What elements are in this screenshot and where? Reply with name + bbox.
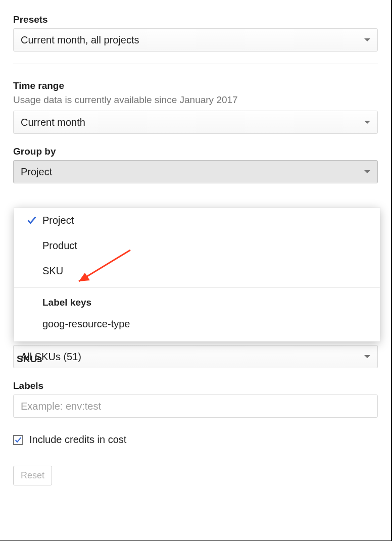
skus-label-obscured: SKUs [17, 354, 42, 365]
time-range-value: Current month [21, 117, 85, 128]
presets-section: Presets Current month, all projects [13, 14, 378, 52]
divider [13, 64, 378, 64]
dropdown-group-header: Label keys [14, 292, 380, 311]
chevron-down-icon [364, 355, 370, 358]
group-by-label: Group by [13, 146, 378, 157]
reset-button[interactable]: Reset [13, 466, 52, 485]
include-credits-label: Include credits in cost [29, 434, 126, 446]
group-by-select[interactable]: Project [13, 160, 378, 183]
labels-label: Labels [13, 380, 378, 391]
dropdown-option-sku[interactable]: SKU [14, 258, 380, 283]
include-credits-row: Include credits in cost [13, 434, 378, 446]
time-range-subtext: Usage data is currently available since … [13, 94, 378, 106]
labels-input[interactable] [13, 395, 378, 418]
presets-value: Current month, all projects [21, 34, 139, 46]
labels-section: Labels [13, 380, 378, 418]
dropdown-option-label: Product [42, 240, 77, 252]
presets-select[interactable]: Current month, all projects [13, 28, 378, 52]
dropdown-divider [14, 287, 380, 288]
dropdown-option-label: SKU [42, 265, 63, 277]
group-by-value: Project [21, 166, 52, 178]
skus-select[interactable]: All SKUs (51) [13, 345, 378, 368]
dropdown-option-label: Project [42, 215, 74, 226]
presets-label: Presets [13, 14, 378, 25]
dropdown-option-project[interactable]: Project [14, 208, 380, 233]
check-icon [14, 435, 22, 445]
chevron-down-icon [364, 38, 370, 41]
dropdown-option-label: goog-resource-type [42, 318, 130, 330]
group-by-section: Group by Project [13, 146, 378, 183]
skus-section: All SKUs (51) [13, 345, 378, 368]
dropdown-option-product[interactable]: Product [14, 233, 380, 258]
time-range-select[interactable]: Current month [13, 111, 378, 134]
check-icon [26, 215, 42, 226]
include-credits-checkbox[interactable] [13, 435, 23, 445]
time-range-label: Time range [13, 80, 378, 91]
time-range-section: Time range Usage data is currently avail… [13, 80, 378, 134]
group-by-dropdown: Project Product SKU Label keys goog-reso… [14, 208, 380, 341]
dropdown-option-goog-resource-type[interactable]: goog-resource-type [14, 311, 380, 336]
chevron-down-icon [364, 121, 370, 124]
chevron-down-icon [364, 170, 370, 173]
